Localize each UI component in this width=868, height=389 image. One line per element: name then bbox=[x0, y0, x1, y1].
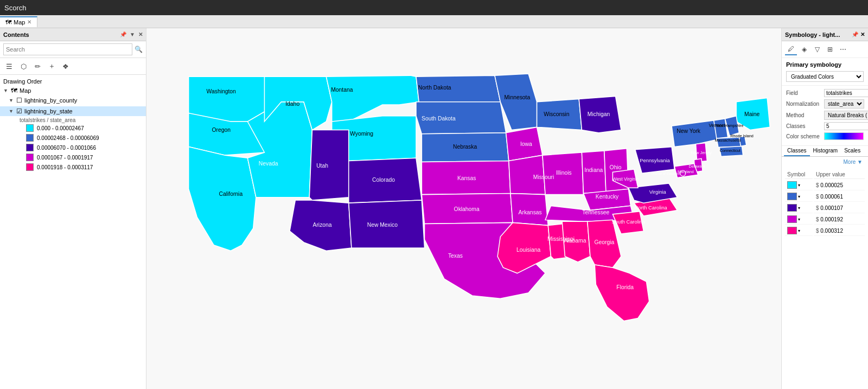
swatch-arrow-2[interactable]: ▾ bbox=[798, 206, 800, 211]
label-DC: District of Columbia bbox=[652, 171, 681, 175]
sym-tab-scales[interactable]: Scales bbox=[841, 146, 864, 156]
color-scheme-bar[interactable] bbox=[824, 132, 864, 140]
label-ND: North Dakota bbox=[418, 85, 451, 91]
sym-primary-title: Primary symbology bbox=[786, 61, 864, 68]
class-swatch-1[interactable] bbox=[787, 193, 797, 200]
label-AR: Arkansas bbox=[519, 209, 542, 215]
map-area[interactable]: Washington Oregon California Nevada Idah… bbox=[146, 28, 781, 389]
sym-class-symbol-1[interactable]: ▾ bbox=[785, 192, 813, 202]
class-swatch-2[interactable] bbox=[787, 204, 797, 212]
sym-method-label: Method bbox=[786, 112, 824, 118]
swatch-arrow-0[interactable]: ▾ bbox=[798, 183, 800, 188]
add-btn[interactable]: ＋ bbox=[46, 60, 58, 72]
class-swatch-3[interactable] bbox=[787, 215, 797, 223]
panel-header-controls: 📌 ▼ ✕ bbox=[120, 31, 143, 37]
sym-class-symbol-4[interactable]: ▾ bbox=[785, 226, 813, 236]
swatch-arrow-3[interactable]: ▾ bbox=[798, 217, 800, 222]
label-IL: Illinois bbox=[556, 170, 572, 176]
sym-more-row: More ▼ bbox=[782, 157, 868, 167]
class-value-input-4[interactable] bbox=[820, 228, 853, 234]
legend-swatch-3 bbox=[26, 154, 34, 161]
sym-class-symbol-2[interactable]: ▾ bbox=[785, 203, 813, 213]
panel-close-btn[interactable]: ✕ bbox=[138, 31, 143, 37]
label-GA: Georgia bbox=[594, 239, 614, 245]
legend-item-2: 0.00006070 - 0.0001066 bbox=[0, 143, 146, 152]
label-MA: Massachusetts bbox=[715, 138, 742, 143]
class-value-input-0[interactable] bbox=[820, 182, 853, 188]
panel-pin-btn[interactable]: 📌 bbox=[120, 31, 126, 37]
map-tab-close[interactable]: ✕ bbox=[27, 19, 31, 25]
class-value-input-3[interactable] bbox=[820, 216, 853, 222]
sym-class-symbol-3[interactable]: ▾ bbox=[785, 214, 813, 225]
tree-item-county[interactable]: ▼ ☐ lightning_by_county bbox=[0, 95, 146, 105]
sym-varying-btn[interactable]: ◈ bbox=[798, 43, 810, 55]
label-MI: Michigan bbox=[588, 111, 610, 117]
label-RI: Rhode Island bbox=[730, 133, 754, 138]
symbology-panel: Symbology - light... 📌 ✕ 🖊 ◈ ▽ ⊞ ⋯ Prima… bbox=[781, 28, 868, 389]
drawing-order-label: Drawing Order bbox=[0, 77, 146, 86]
county-layer-icon: ☐ bbox=[16, 97, 22, 104]
label-CO: Colorado bbox=[372, 177, 395, 183]
contents-panel-header: Contents 📌 ▼ ✕ bbox=[0, 28, 146, 41]
svg-marker-2 bbox=[189, 147, 256, 251]
class-swatch-4[interactable] bbox=[787, 227, 797, 234]
search-icon[interactable]: 🔍 bbox=[135, 46, 143, 53]
edit-btn[interactable]: ✏ bbox=[31, 60, 43, 72]
label-TX: Texas bbox=[448, 253, 463, 259]
sym-filter-btn[interactable]: ▽ bbox=[811, 43, 823, 55]
label-SD: South Dakota bbox=[422, 116, 456, 122]
contents-tree: Drawing Order ▼ 🗺 Map ▼ ☐ lightning_by_c… bbox=[0, 75, 146, 389]
swatch-arrow-1[interactable]: ▾ bbox=[798, 194, 800, 199]
sym-classes-table: Symbol Upper value ▾ $ ▾ bbox=[784, 169, 866, 237]
sym-class-value-2: $ bbox=[814, 203, 865, 213]
label-NM: New Mexico bbox=[367, 222, 398, 228]
sym-field-input[interactable] bbox=[824, 89, 868, 97]
label-PA: Pennsylvania bbox=[640, 158, 670, 163]
search-input[interactable] bbox=[3, 43, 132, 55]
sym-field-row: Field bbox=[786, 89, 864, 97]
sym-method-sel[interactable]: Natural Breaks ( bbox=[824, 111, 868, 120]
sym-close-btn[interactable]: ✕ bbox=[860, 31, 865, 37]
tree-item-state[interactable]: ▼ ☑ lightning_by_state bbox=[0, 106, 146, 116]
label-NH: New Hampshire bbox=[716, 123, 743, 128]
expand-arrow-state: ▼ bbox=[9, 109, 14, 114]
sym-norm-dropdown[interactable]: state_area bbox=[824, 99, 864, 109]
sym-method-dropdown[interactable]: Graduated Colors bbox=[786, 71, 864, 82]
label-KS: Kansas bbox=[457, 175, 476, 181]
sym-class-row-2: ▾ $ bbox=[785, 203, 865, 213]
sym-class-value-4: $ bbox=[814, 226, 865, 236]
svg-marker-7 bbox=[309, 130, 348, 200]
label-LA: Louisiana bbox=[516, 247, 541, 253]
tree-item-map[interactable]: ▼ 🗺 Map bbox=[0, 86, 146, 95]
label-NY: New York bbox=[676, 128, 701, 134]
sym-class-symbol-0[interactable]: ▾ bbox=[785, 180, 813, 190]
sym-toolbar: 🖊 ◈ ▽ ⊞ ⋯ bbox=[782, 41, 868, 58]
sym-more-link[interactable]: More ▼ bbox=[840, 158, 866, 166]
sym-classes-input[interactable] bbox=[824, 122, 868, 130]
sym-classes-row: Classes bbox=[786, 122, 864, 130]
swatch-arrow-4[interactable]: ▾ bbox=[798, 228, 800, 233]
data-view-btn[interactable]: ⬡ bbox=[17, 60, 29, 72]
sym-primary-btn[interactable]: 🖊 bbox=[785, 43, 797, 55]
label-NE: Nebraska bbox=[453, 144, 477, 150]
sym-tab-histogram[interactable]: Histogram bbox=[810, 146, 841, 156]
class-value-input-1[interactable] bbox=[820, 194, 853, 200]
contents-panel: Contents 📌 ▼ ✕ 🔍 ☰ ⬡ ✏ ＋ ❖ Drawing Order bbox=[0, 28, 146, 389]
label-MO: Missouri bbox=[533, 174, 554, 180]
options-btn[interactable]: ❖ bbox=[60, 60, 72, 72]
sym-more-tool-btn[interactable]: ⋯ bbox=[837, 43, 849, 55]
legend-swatch-1 bbox=[26, 134, 34, 142]
label-DE: Delaware bbox=[688, 164, 705, 169]
class-swatch-0[interactable] bbox=[787, 181, 797, 189]
legend-item-3: 0.0001067 - 0.0001917 bbox=[0, 152, 146, 162]
legend-item-0: 0.000 - 0.00002467 bbox=[0, 123, 146, 133]
panel-menu-btn[interactable]: ▼ bbox=[130, 31, 135, 37]
sym-pin-btn[interactable]: 📌 bbox=[852, 31, 858, 37]
list-view-btn[interactable]: ☰ bbox=[3, 60, 15, 72]
svg-marker-32 bbox=[595, 265, 649, 321]
label-SC: South Carolina bbox=[612, 219, 646, 225]
sym-filter2-btn[interactable]: ⊞ bbox=[824, 43, 836, 55]
sym-tab-classes[interactable]: Classes bbox=[784, 146, 810, 156]
map-tab[interactable]: 🗺 Map ✕ bbox=[0, 16, 37, 27]
class-value-input-2[interactable] bbox=[820, 205, 853, 211]
